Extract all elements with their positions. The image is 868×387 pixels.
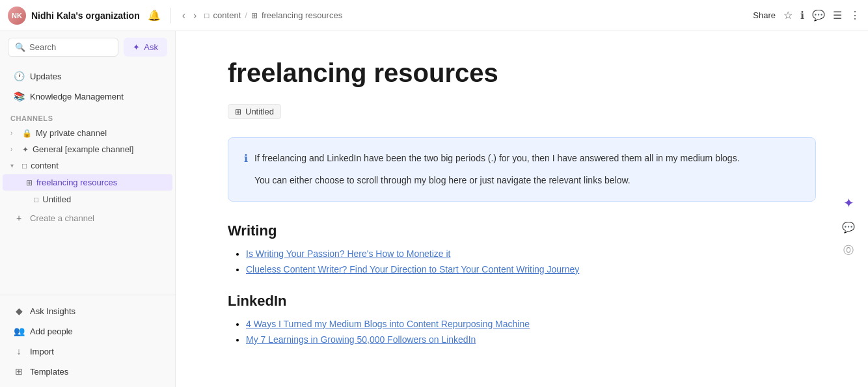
channel-untitled-label: Untitled — [42, 194, 71, 204]
sidebar: 🔍 Search ✦ Ask 🕐 Updates 📚 Knowledge Man… — [0, 31, 176, 387]
breadcrumb-table-icon: ⊞ — [251, 11, 258, 20]
sidebar-item-ask-insights[interactable]: ◆ Ask Insights — [3, 301, 172, 321]
list-item: Clueless Content Writer? Find Your Direc… — [246, 264, 816, 274]
sidebar-top: 🔍 Search ✦ Ask — [0, 31, 175, 63]
main-layout: 🔍 Search ✦ Ask 🕐 Updates 📚 Knowledge Man… — [0, 31, 868, 387]
list-item: 4 Ways I Turned my Medium Blogs into Con… — [246, 319, 816, 329]
star-icon[interactable]: ☆ — [783, 9, 793, 21]
content-area: freelancing resources ⊞ Untitled ℹ If fr… — [176, 31, 868, 387]
channel-item-private[interactable]: › 🔒 My private channel — [0, 125, 175, 141]
lock-icon: 🔒 — [22, 129, 32, 138]
breadcrumb-page1[interactable]: content — [213, 10, 241, 20]
search-label: Search — [29, 42, 56, 52]
ask-button[interactable]: ✦ Ask — [124, 38, 167, 57]
info-box-icon: ℹ — [244, 152, 248, 165]
writing-section-heading: Writing — [228, 222, 816, 239]
linkedin-section-heading: LinkedIn — [228, 293, 816, 310]
org-name: Nidhi Kala's organization — [31, 10, 140, 21]
sidebar-item-updates-label: Updates — [30, 72, 61, 81]
info-box: ℹ If freelancing and LinkedIn have been … — [228, 137, 816, 202]
right-floating-icons: ✦ 💬 ⓪ — [842, 195, 855, 258]
ask-label: Ask — [144, 42, 158, 52]
list-item: My 7 Learnings in Growing 50,000 Followe… — [246, 334, 816, 345]
templates-label: Templates — [30, 367, 68, 377]
sidebar-item-add-people[interactable]: 👥 Add people — [3, 321, 172, 341]
ask-sparkle-icon: ✦ — [133, 42, 140, 52]
channel-general-label: General [example channel] — [33, 144, 133, 154]
sidebar-item-updates[interactable]: 🕐 Updates — [3, 66, 172, 86]
content-wrapper: freelancing resources ⊞ Untitled ℹ If fr… — [228, 57, 816, 345]
add-people-icon: 👥 — [13, 326, 25, 336]
info-box-header: ℹ If freelancing and LinkedIn have been … — [244, 151, 800, 188]
linked-page-icon: ⊞ — [235, 107, 241, 116]
channels-section-label: CHANNELS — [0, 109, 175, 125]
nav-back-button[interactable]: ‹ — [180, 7, 188, 24]
topbar: NK Nidhi Kala's organization 🔔 ‹ › □ con… — [0, 0, 868, 31]
templates-icon: ⊞ — [13, 366, 25, 377]
star-channel-icon: ✦ — [22, 145, 29, 154]
untitled-page-icon: □ — [34, 195, 38, 204]
sidebar-item-knowledge-label: Knowledge Management — [30, 92, 124, 101]
writing-links-list: Is Writing Your Passion? Here's How to M… — [228, 248, 816, 274]
info-text-2: You can either choose to scroll through … — [254, 173, 740, 187]
linkedin-link-2[interactable]: My 7 Learnings in Growing 50,000 Followe… — [246, 334, 476, 345]
sidebar-scroll: 🕐 Updates 📚 Knowledge Management CHANNEL… — [0, 63, 175, 295]
import-label: Import — [30, 347, 54, 356]
more-options-icon[interactable]: ⋮ — [850, 9, 860, 21]
create-channel-item[interactable]: + Create a channel — [3, 208, 172, 228]
channel-item-general[interactable]: › ✦ General [example channel] — [0, 141, 175, 157]
help-icon[interactable]: ⓪ — [842, 244, 855, 258]
sidebar-item-templates[interactable]: ⊞ Templates — [3, 362, 172, 381]
linkedin-links-list: 4 Ways I Turned my Medium Blogs into Con… — [228, 319, 816, 345]
writing-link-2[interactable]: Clueless Content Writer? Find Your Direc… — [246, 264, 579, 274]
channel-expand-icon: ▾ — [10, 162, 18, 169]
updates-icon: 🕐 — [13, 71, 25, 81]
ask-insights-label: Ask Insights — [30, 306, 75, 316]
channel-freelancing-label: freelancing resources — [36, 178, 117, 187]
info-box-text: If freelancing and LinkedIn have been th… — [254, 151, 740, 188]
create-channel-label: Create a channel — [30, 213, 94, 223]
linked-page-label: Untitled — [245, 107, 274, 116]
content-channel-icon: □ — [22, 161, 27, 170]
nav-arrows: ‹ › — [180, 7, 200, 24]
breadcrumb: □ content / ⊞ freelancing resources — [204, 10, 748, 20]
channel-private-label: My private channel — [36, 128, 107, 138]
sidebar-bottom: ◆ Ask Insights 👥 Add people ↓ Import ⊞ T… — [0, 295, 175, 387]
create-channel-icon: + — [13, 213, 25, 223]
topbar-divider — [170, 8, 170, 23]
search-button[interactable]: 🔍 Search — [8, 38, 118, 57]
import-icon: ↓ — [13, 346, 25, 356]
writing-link-1[interactable]: Is Writing Your Passion? Here's How to M… — [246, 248, 450, 259]
info-icon[interactable]: ℹ — [800, 9, 804, 21]
ai-assist-icon[interactable]: ✦ — [842, 195, 855, 211]
layout-icon[interactable]: ☰ — [833, 9, 842, 21]
linked-page-badge[interactable]: ⊞ Untitled — [228, 104, 281, 119]
add-people-label: Add people — [30, 327, 73, 336]
sidebar-item-import[interactable]: ↓ Import — [3, 341, 172, 361]
linkedin-link-1[interactable]: 4 Ways I Turned my Medium Blogs into Con… — [246, 319, 530, 329]
info-text-1: If freelancing and LinkedIn have been th… — [254, 151, 740, 165]
breadcrumb-separator: / — [245, 10, 247, 20]
nav-forward-button[interactable]: › — [191, 7, 199, 24]
channel-expand-icon: › — [10, 146, 18, 153]
channel-content-label: content — [31, 161, 59, 170]
page-title: freelancing resources — [228, 57, 816, 88]
topbar-right: Share ☆ ℹ 💬 ☰ ⋮ — [753, 9, 860, 21]
share-button[interactable]: Share — [753, 10, 776, 20]
channel-item-freelancing[interactable]: ⊞ freelancing resources — [3, 174, 172, 191]
sidebar-item-knowledge[interactable]: 📚 Knowledge Management — [3, 87, 172, 106]
org-logo: NK — [8, 7, 26, 25]
channel-expand-icon: › — [10, 129, 18, 137]
comment-float-icon[interactable]: 💬 — [842, 221, 855, 234]
ask-insights-icon: ◆ — [13, 306, 25, 316]
sidebar-nav: 🕐 Updates 📚 Knowledge Management — [0, 63, 175, 109]
freelancing-table-icon: ⊞ — [26, 178, 33, 187]
comment-icon[interactable]: 💬 — [812, 9, 825, 21]
search-icon: 🔍 — [15, 42, 25, 52]
breadcrumb-page2[interactable]: freelancing resources — [262, 10, 342, 20]
channel-item-content[interactable]: ▾ □ content — [0, 157, 175, 174]
breadcrumb-page-icon: □ — [204, 11, 209, 20]
channel-item-untitled[interactable]: □ Untitled — [0, 191, 175, 207]
list-item: Is Writing Your Passion? Here's How to M… — [246, 248, 816, 259]
notification-bell-icon[interactable]: 🔔 — [148, 9, 161, 21]
